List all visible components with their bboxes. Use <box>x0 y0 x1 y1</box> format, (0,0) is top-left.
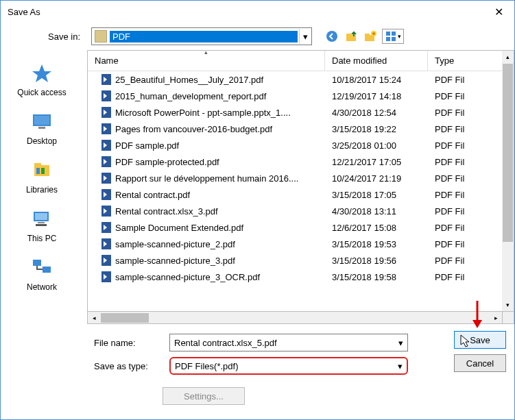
place-libraries[interactable]: Libraries <box>1 156 83 199</box>
file-name-input[interactable]: Rental contract.xlsx_5.pdf ▾ <box>169 334 408 351</box>
file-type: PDF Fil <box>428 124 502 134</box>
scroll-right-button[interactable]: ▸ <box>490 312 502 323</box>
svg-rect-23 <box>43 267 51 273</box>
file-date: 4/30/2018 13:11 <box>325 206 428 217</box>
place-desktop[interactable]: Desktop <box>1 107 83 150</box>
place-network[interactable]: Network <box>1 253 83 296</box>
file-row[interactable]: Rapport sur le développement humain 2016… <box>88 170 502 186</box>
hscroll-thumb[interactable] <box>101 313 149 323</box>
pdf-file-icon <box>101 90 111 101</box>
close-button[interactable]: ✕ <box>483 1 514 23</box>
pdf-file-icon <box>101 222 111 233</box>
file-row[interactable]: PDF sample.pdf3/25/2018 01:00PDF Fil <box>88 137 502 153</box>
file-type: PDF Fil <box>428 91 502 101</box>
file-date: 3/15/2018 19:22 <box>325 124 428 134</box>
svg-rect-22 <box>33 260 41 266</box>
toolbar: Save in: PDF ▾ ▾ <box>1 23 514 50</box>
save-in-value: PDF <box>110 31 298 42</box>
column-header-date[interactable]: Date modified <box>325 51 428 71</box>
column-name-label: Name <box>95 55 119 66</box>
file-name-value: Rental contract.xlsx_5.pdf <box>174 338 398 348</box>
file-name: PDF sample.pdf <box>115 140 179 151</box>
save-as-type-combo[interactable]: PDF Files(*.pdf) ▾ <box>169 357 408 375</box>
file-date: 10/24/2017 21:19 <box>325 173 428 184</box>
chevron-down-icon[interactable]: ▾ <box>398 338 403 348</box>
save-as-type-label: Save as type: <box>94 361 163 371</box>
up-one-level-button[interactable] <box>344 29 359 44</box>
place-quick-access[interactable]: Quick access <box>1 58 83 101</box>
pdf-file-icon <box>101 156 111 167</box>
file-row[interactable]: Rental contract.xlsx_3.pdf4/30/2018 13:1… <box>88 203 502 219</box>
file-name: Rapport sur le développement humain 2016… <box>115 173 298 184</box>
toolbar-icons: ▾ <box>324 29 404 44</box>
file-row[interactable]: Sample Document Extended.pdf12/6/2017 15… <box>88 219 502 236</box>
file-type: PDF Fil <box>428 206 502 217</box>
file-row[interactable]: sample-scanned-picture_3_OCR.pdf3/15/201… <box>88 269 502 285</box>
bottom-panel: File name: Rental contract.xlsx_5.pdf ▾ … <box>1 324 514 405</box>
settings-button-label: Settings... <box>184 391 224 402</box>
cancel-button[interactable]: Cancel <box>454 354 506 372</box>
file-type: PDF Fil <box>428 108 502 118</box>
file-name: PDF sample-protected.pdf <box>115 157 219 167</box>
chevron-down-icon[interactable]: ▾ <box>398 361 403 371</box>
file-type: PDF Fil <box>428 256 502 266</box>
place-label: This PC <box>27 234 57 243</box>
places-bar: Quick accessDesktopLibrariesThis PCNetwo… <box>1 50 83 312</box>
file-row[interactable]: Microsoft PowerPoint - ppt-sample.pptx_1… <box>88 104 502 121</box>
svg-rect-8 <box>386 37 390 41</box>
column-header-type[interactable]: Type <box>428 51 502 71</box>
settings-button[interactable]: Settings... <box>163 387 245 405</box>
pdf-file-icon <box>101 189 111 200</box>
place-label: Libraries <box>26 185 58 195</box>
file-type: PDF Fil <box>428 223 502 233</box>
file-list[interactable]: 25_Beautiful_Homes__July_2017.pdf10/18/2… <box>88 71 502 311</box>
file-row[interactable]: 25_Beautiful_Homes__July_2017.pdf10/18/2… <box>88 71 502 88</box>
chevron-down-icon[interactable]: ▾ <box>299 29 311 44</box>
scroll-thumb[interactable] <box>503 64 513 242</box>
file-list-view: ▴ Name Date modified Type 25_Beautiful_H… <box>87 50 502 312</box>
back-button[interactable] <box>324 29 339 44</box>
svg-marker-10 <box>32 64 51 82</box>
scroll-down-button[interactable]: ▾ <box>502 299 514 311</box>
svg-rect-15 <box>34 163 41 166</box>
file-date: 12/19/2017 14:18 <box>325 91 428 101</box>
horizontal-scrollbar[interactable]: ◂ ▸ <box>87 312 502 324</box>
save-in-combo[interactable]: PDF ▾ <box>91 27 312 45</box>
new-folder-button[interactable] <box>363 29 378 44</box>
file-name-label: File name: <box>94 338 163 348</box>
file-name: Rental contract.pdf <box>115 190 190 200</box>
place-this-pc[interactable]: This PC <box>1 204 83 247</box>
file-type: PDF Fil <box>428 239 502 249</box>
svg-rect-16 <box>36 168 40 174</box>
svg-rect-13 <box>38 127 45 129</box>
file-row[interactable]: Rental contract.pdf3/15/2018 17:05PDF Fi… <box>88 186 502 203</box>
pdf-file-icon <box>101 140 111 151</box>
file-date: 4/30/2018 12:54 <box>325 108 428 118</box>
column-type-label: Type <box>435 55 454 66</box>
save-as-dialog: Save As ✕ Save in: PDF ▾ ▾ Quick ac <box>0 0 515 420</box>
file-date: 10/18/2017 15:24 <box>325 75 428 85</box>
place-label: Desktop <box>27 136 57 146</box>
file-list-header: ▴ Name Date modified Type <box>88 51 502 71</box>
column-header-name[interactable]: ▴ Name <box>88 51 325 71</box>
scroll-track[interactable] <box>502 243 514 299</box>
save-as-type-value: PDF Files(*.pdf) <box>175 361 398 371</box>
file-row[interactable]: sample-scanned-picture_2.pdf3/15/2018 19… <box>88 236 502 252</box>
pdf-file-icon <box>101 123 111 134</box>
vertical-scrollbar[interactable]: ▴ ▾ <box>502 50 514 312</box>
file-row[interactable]: 2015_human_development_report.pdf12/19/2… <box>88 88 502 104</box>
svg-rect-17 <box>41 168 45 174</box>
scroll-left-button[interactable]: ◂ <box>88 312 100 323</box>
cancel-button-label: Cancel <box>466 358 494 369</box>
file-row[interactable]: sample-scanned-picture_3.pdf3/15/2018 19… <box>88 252 502 269</box>
file-date: 3/15/2018 19:58 <box>325 272 428 282</box>
file-row[interactable]: Pages from vancouver-2016-budget.pdf3/15… <box>88 121 502 137</box>
file-type: PDF Fil <box>428 190 502 200</box>
save-button[interactable]: Save <box>454 331 506 349</box>
file-row[interactable]: PDF sample-protected.pdf12/21/2017 17:05… <box>88 153 502 170</box>
file-name: 25_Beautiful_Homes__July_2017.pdf <box>115 75 263 85</box>
file-name: sample-scanned-picture_3.pdf <box>115 256 235 266</box>
file-date: 3/15/2018 19:53 <box>325 239 428 249</box>
scroll-up-button[interactable]: ▴ <box>502 51 514 63</box>
view-menu-button[interactable]: ▾ <box>382 29 404 44</box>
